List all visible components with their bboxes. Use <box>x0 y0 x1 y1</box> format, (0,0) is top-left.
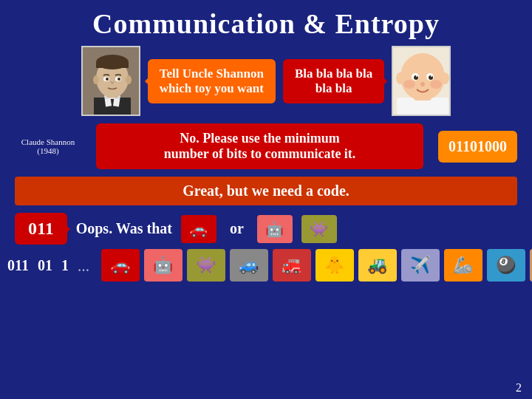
bubble-bla: Bla bla bla bla bla bla <box>283 59 384 103</box>
middle-section: Claude Shannon (1948) No. Please use the… <box>0 123 532 169</box>
page-number: 2 <box>516 381 522 395</box>
code-label-011: 011 <box>7 257 29 274</box>
bottom-toy-2: 🤖 <box>144 249 183 282</box>
baby-portrait <box>392 46 451 116</box>
bottom-toy-10: 🎱 <box>487 249 525 282</box>
bottom-toy-1: 🚗 <box>101 249 140 282</box>
slide: Communication & Entropy <box>0 0 532 399</box>
bottom-row: 011 01 1 … 🚗 🤖 👾 🚙 🚒 🐥 🚜 ✈️ 🦾 🎱 🧸 <box>7 249 525 282</box>
svg-point-29 <box>420 82 425 86</box>
baby-face-svg <box>393 47 451 116</box>
svg-rect-9 <box>96 62 129 68</box>
speech-bubbles: Tell Uncle Shannon which toy you want Bl… <box>148 59 385 103</box>
bottom-toy-5: 🚒 <box>273 249 311 282</box>
svg-point-30 <box>396 72 405 84</box>
or-text: or <box>230 220 244 237</box>
top-section: Tell Uncle Shannon which toy you want Bl… <box>0 46 532 116</box>
code-labels: 011 01 1 … <box>7 257 89 274</box>
bottom-toy-7: 🚜 <box>358 249 397 282</box>
bottom-toy-9: 🦾 <box>444 249 482 282</box>
svg-point-27 <box>416 75 417 77</box>
shannon-portrait <box>81 46 140 116</box>
svg-point-28 <box>431 75 432 77</box>
toy-robot-image: 🤖 <box>257 215 293 243</box>
code-label-1: 1 <box>61 257 69 274</box>
bottom-toy-4: 🚙 <box>230 249 268 282</box>
bottom-toy-3: 👾 <box>187 249 225 282</box>
toy-monster-image: 👾 <box>301 215 337 243</box>
shannon-face-svg <box>83 47 140 116</box>
svg-point-21 <box>403 80 415 89</box>
great-bar: Great, but we need a code. <box>15 177 517 205</box>
code-label-ellipsis: … <box>78 261 89 274</box>
code-label-01: 01 <box>38 257 52 274</box>
binary-display: 01101000 <box>438 131 517 163</box>
slide-title: Communication & Entropy <box>0 0 532 40</box>
svg-point-31 <box>440 72 449 84</box>
oops-text: Oops. Was that <box>76 220 172 237</box>
code-display: 011 <box>15 213 67 245</box>
toy-car-image: 🚗 <box>181 215 216 243</box>
svg-point-25 <box>414 75 418 80</box>
svg-point-22 <box>430 80 442 89</box>
code-row: 011 Oops. Was that 🚗 or 🤖 👾 <box>15 213 517 245</box>
svg-point-20 <box>400 53 445 100</box>
svg-point-11 <box>126 75 132 84</box>
bottom-toy-6: 🐥 <box>316 249 354 282</box>
svg-point-15 <box>117 78 120 81</box>
bubble-tell-shannon: Tell Uncle Shannon which toy you want <box>148 59 276 103</box>
bottom-toy-8: ✈️ <box>401 249 440 282</box>
svg-point-10 <box>93 75 99 84</box>
message-box: No. Please use the minimum number of bit… <box>96 123 423 169</box>
svg-point-26 <box>429 75 433 80</box>
svg-point-14 <box>106 78 109 81</box>
svg-rect-2 <box>94 98 131 116</box>
shannon-caption: Claude Shannon (1948) <box>15 137 81 155</box>
